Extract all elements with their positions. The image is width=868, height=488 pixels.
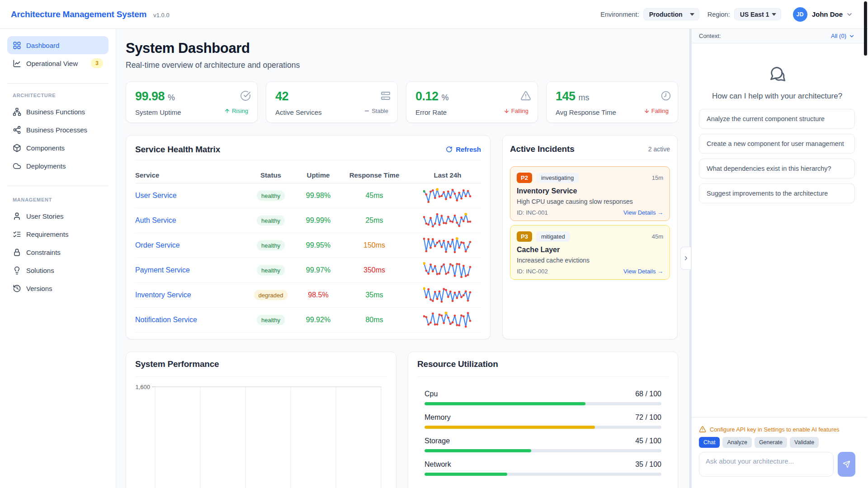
svg-text:1,600: 1,600: [135, 384, 150, 390]
